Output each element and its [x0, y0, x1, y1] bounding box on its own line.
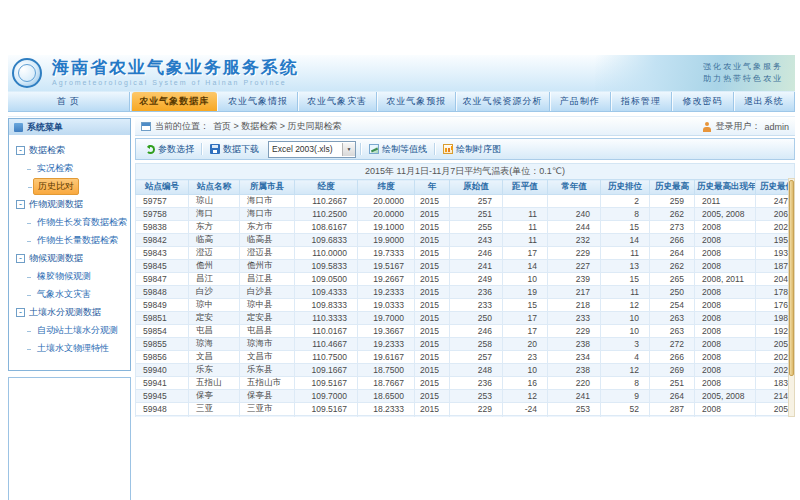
table-row[interactable]: 59845儋州儋州市109.583319.5167201524114227132… [136, 260, 796, 273]
table-row[interactable]: 59838东方东方市108.616719.1000201525511244152… [136, 221, 796, 234]
main-panel: 当前的位置： 首页 > 数据检索 > 历史同期检索 登录用户： admin 参数… [135, 118, 795, 417]
table-row[interactable]: 59855琼海琼海市110.466719.2333201525820238327… [136, 338, 796, 351]
sidebar-item[interactable]: 自动站土壤水分观测 [33, 322, 122, 339]
table-cell: 澄迈县 [240, 247, 295, 260]
sidebar-group[interactable]: -作物观测数据 [11, 196, 128, 213]
table-cell: 249 [450, 273, 503, 286]
table-cell: 229 [548, 325, 601, 338]
table-cell: 13 [601, 260, 650, 273]
nav-tab-8[interactable]: 指标管理 [611, 92, 672, 111]
nav-tab-7[interactable]: 产品制作 [550, 92, 611, 111]
column-header[interactable]: 经度 [295, 180, 358, 195]
sidebar-item[interactable]: 气象水文灾害 [33, 286, 95, 303]
table-row[interactable]: 59940乐东乐东县109.166718.7500201524810238122… [136, 364, 796, 377]
draw-timeseries-button[interactable]: 绘制时序图 [437, 141, 507, 158]
banner-slogan-line1: 强化农业气象服务 [703, 61, 783, 73]
column-header[interactable]: 历史最高 [650, 180, 695, 195]
table-row[interactable]: 59847昌江昌江县109.050019.2667201524910239152… [136, 273, 796, 286]
sidebar-group[interactable]: -数据检索 [11, 142, 128, 159]
table-cell: 254 [650, 299, 695, 312]
scrollbar-thumb[interactable] [789, 180, 794, 376]
table-row[interactable]: 59854屯昌屯昌县110.016719.3667201524617229102… [136, 325, 796, 338]
column-header[interactable]: 年 [415, 180, 450, 195]
sidebar-group[interactable]: -土壤水分观测数据 [11, 304, 128, 321]
table-row[interactable]: 59758海口海口市110.250020.0000201525111240826… [136, 208, 796, 221]
table-cell: 12 [601, 299, 650, 312]
table-cell: 266 [650, 351, 695, 364]
column-header[interactable]: 所属市县 [240, 180, 295, 195]
table-row[interactable]: 59757琼山海口市110.266720.0000201525722592011… [136, 195, 796, 208]
collapse-icon[interactable]: - [16, 200, 25, 209]
table-cell: 59845 [136, 260, 189, 273]
table-cell: 109.1667 [295, 364, 358, 377]
column-header[interactable]: 常年值 [548, 180, 601, 195]
table-cell: 琼海 [189, 338, 240, 351]
column-header[interactable]: 站点编号 [136, 180, 189, 195]
table-row[interactable]: 59848白沙白沙县109.433319.2333201523619217112… [136, 286, 796, 299]
table-scrollbar[interactable] [788, 178, 795, 417]
sidebar-item[interactable]: 土壤水文物理特性 [33, 340, 113, 357]
table-cell: 琼中县 [240, 299, 295, 312]
column-header[interactable]: 历史排位 [601, 180, 650, 195]
table-cell: 2015 [415, 247, 450, 260]
nav-tab-3[interactable]: 农业气象情报 [219, 92, 298, 111]
nav-tab-2[interactable]: 农业气象数据库 [132, 92, 217, 111]
nav-tab-10[interactable]: 退出系统 [734, 92, 795, 111]
table-cell: 9 [601, 390, 650, 403]
table-cell: 109.5833 [295, 260, 358, 273]
param-select-button[interactable]: 参数选择 [140, 141, 200, 158]
table-row[interactable]: 59856文昌文昌市110.750019.6167201525723234426… [136, 351, 796, 364]
table-row[interactable]: 59941五指山五指山市109.516718.76672015236162208… [136, 377, 796, 390]
sidebar-group-label: 物候观测数据 [29, 252, 83, 265]
table-cell: 万宁 [189, 416, 240, 418]
collapse-icon[interactable]: - [16, 308, 25, 317]
table-row[interactable]: 59945保亭保亭县109.700018.6500201525312241926… [136, 390, 796, 403]
sidebar-group[interactable]: -物候观测数据 [11, 250, 128, 267]
table-cell: 10 [503, 273, 548, 286]
collapse-icon[interactable]: - [16, 146, 25, 155]
banner-slogan-line2: 助力热带特色农业 [703, 73, 783, 85]
table-cell [548, 195, 601, 208]
nav-tab-5[interactable]: 农业气象预报 [377, 92, 456, 111]
save-icon [210, 144, 220, 154]
table-cell: 109.4333 [295, 286, 358, 299]
menu-icon [14, 123, 23, 132]
column-header[interactable]: 距平值 [503, 180, 548, 195]
column-header[interactable]: 纬度 [358, 180, 415, 195]
nav-tab-9[interactable]: 修改密码 [672, 92, 733, 111]
table-cell: 2015 [415, 377, 450, 390]
table-row[interactable]: 59951万宁万宁市110.366718.8000201525613243927… [136, 416, 796, 418]
table-cell: 227 [548, 260, 601, 273]
sidebar-item[interactable]: 作物生长发育数据检索 [33, 214, 131, 231]
export-format-select[interactable]: Excel 2003(.xls) ▼ [268, 141, 356, 158]
column-header[interactable]: 原始值 [450, 180, 503, 195]
sidebar-menu-panel: 系统菜单 -数据检索实况检索历史比对-作物观测数据作物生长发育数据检索作物生长量… [8, 118, 131, 371]
sidebar-item[interactable]: 作物生长量数据检索 [33, 232, 122, 249]
table-row[interactable]: 59948三亚三亚市109.516718.23332015229-2425352… [136, 403, 796, 416]
refresh-icon [146, 145, 155, 154]
table-cell: 2015 [415, 416, 450, 418]
data-download-button[interactable]: 数据下载 [204, 141, 265, 158]
table-cell: 233 [548, 312, 601, 325]
table-cell: 17 [503, 312, 548, 325]
sidebar-item[interactable]: 历史比对 [33, 178, 79, 195]
table-row[interactable]: 59851定安定安县110.333319.7000201525017233102… [136, 312, 796, 325]
sidebar-item[interactable]: 实况检索 [33, 160, 77, 177]
collapse-icon[interactable]: - [16, 254, 25, 263]
sidebar-item[interactable]: 橡胶物候观测 [33, 268, 95, 285]
column-header[interactable]: 历史最高出现年份 [695, 180, 756, 195]
breadcrumb-path[interactable]: 首页 > 数据检索 > 历史同期检索 [213, 120, 342, 133]
table-cell: 保亭 [189, 390, 240, 403]
table-row[interactable]: 59842临高临高县109.683319.9000201524311232142… [136, 234, 796, 247]
table-row[interactable]: 59843澄迈澄迈县110.000019.7333201524617229112… [136, 247, 796, 260]
table-cell: 17 [503, 247, 548, 260]
nav-tab-6[interactable]: 农业气候资源分析 [456, 92, 549, 111]
draw-contour-button[interactable]: 绘制等值线 [363, 141, 433, 158]
nav-tab-4[interactable]: 农业气象灾害 [298, 92, 377, 111]
chevron-down-icon[interactable]: ▼ [342, 143, 355, 156]
column-header[interactable]: 站点名称 [189, 180, 240, 195]
nav-tab-1[interactable]: 首 页 [8, 92, 130, 111]
table-cell: 三亚市 [240, 403, 295, 416]
table-cell: 乐东县 [240, 364, 295, 377]
table-row[interactable]: 59849琼中琼中县109.833319.0333201523315218122… [136, 299, 796, 312]
